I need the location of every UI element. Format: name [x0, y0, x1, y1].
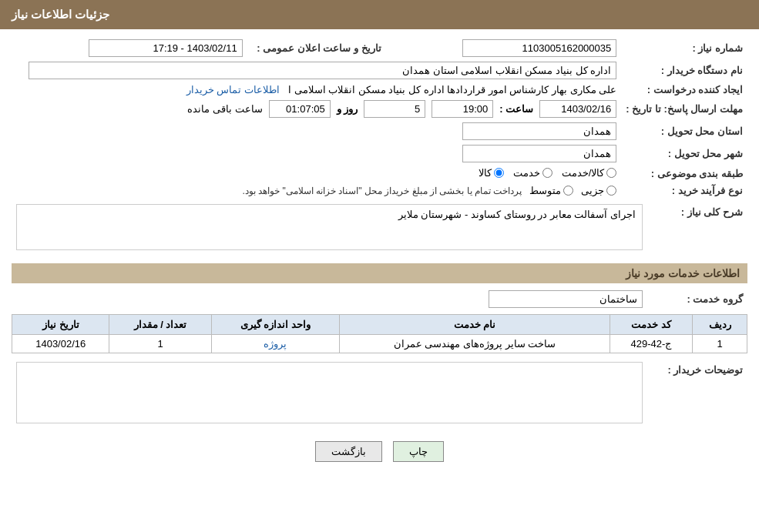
shahr-tahvil-field: همدان [462, 145, 616, 162]
tarikh-elaan-label: تاریخ و ساعت اعلان عمومی : [247, 37, 386, 59]
tosifat-label: توضیحات خریدار : [647, 360, 747, 426]
mohlat-value: 1403/02/16 ساعت : 19:00 5 روز و 01:07:05… [12, 98, 621, 120]
goroh-khedmat-value: ساختمان [12, 288, 647, 310]
tosifat-table: توضیحات خریدار : [12, 360, 747, 426]
nooe-farayand-value: جزیی متوسط پرداخت تمام یا بخشی از مبلغ خ… [12, 182, 621, 199]
tosifat-value [12, 360, 647, 426]
sharh-niaz-table: شرح کلی نیاز : اجرای آسفالت معابر در روس… [12, 202, 747, 256]
cell-vahed: پروژه [211, 335, 340, 353]
rooz-label: روز و [337, 103, 358, 115]
col-vahed: واحد اندازه گیری [211, 315, 340, 335]
button-bar: چاپ بازگشت [12, 432, 747, 471]
radio-kala-khedmat: کالا/خدمت [562, 167, 617, 179]
page-title: جزئیات اطلاعات نیاز [12, 8, 109, 21]
col-radif: ردیف [693, 315, 747, 335]
process-jozvi-input[interactable] [606, 186, 616, 196]
table-row: 1ج-42-429ساخت سایر پروژه‌های مهندسی عمرا… [12, 335, 747, 353]
tarikh-elaan-field: 1403/02/11 - 17:19 [89, 39, 243, 57]
table-row: توضیحات خریدار : [12, 360, 747, 426]
radio-kala: کالا [479, 167, 504, 179]
services-table-body: 1ج-42-429ساخت سایر پروژه‌های مهندسی عمرا… [12, 335, 747, 353]
table-row: ایجاد کننده درخواست : علی مکاری بهار کار… [12, 82, 747, 98]
process-types: جزیی متوسط پرداخت تمام یا بخشی از مبلغ خ… [16, 185, 616, 196]
contact-info-link[interactable]: اطلاعات تماس خریدار [186, 84, 280, 95]
table-row: شماره نیاز : 1103005162000035 تاریخ و سا… [12, 37, 747, 59]
col-name: نام خدمت [340, 315, 610, 335]
table-row: شرح کلی نیاز : اجرای آسفالت معابر در روس… [12, 202, 747, 256]
cell-name_khedmat: ساخت سایر پروژه‌های مهندسی عمران [340, 335, 610, 353]
radio-kala-khedmat-label: کالا/خدمت [562, 167, 605, 179]
print-button[interactable]: چاپ [393, 441, 444, 462]
cell-tedad: 1 [109, 335, 211, 353]
radio-kala-input[interactable] [494, 168, 504, 178]
radio-khedmat: خدمت [513, 167, 552, 179]
radio-khedmat-input[interactable] [542, 168, 552, 178]
shahr-tahvil-label: شهر محل تحویل : [621, 142, 747, 165]
name-dastgah-label: نام دستگاه خریدار : [621, 59, 747, 82]
back-button[interactable]: بازگشت [315, 441, 382, 462]
goroh-khedmat-field: ساختمان [489, 290, 643, 308]
khadamat-section-title: اطلاعات خدمات مورد نیاز [12, 263, 747, 283]
ostan-tahvil-label: استان محل تحویل : [621, 120, 747, 142]
cell-tarikh_niaz: 1403/02/16 [12, 335, 109, 353]
page-wrapper: جزئیات اطلاعات نیاز شماره نیاز : 1103005… [0, 0, 759, 532]
time-row: 1403/02/16 ساعت : 19:00 5 روز و 01:07:05… [16, 100, 616, 118]
rooz-field: 5 [364, 100, 425, 118]
process-jozvi-label: جزیی [581, 185, 604, 196]
name-dastgah-field: اداره کل بنیاد مسکن انقلاب اسلامی استان … [29, 62, 617, 79]
saat-mande-label: ساعت باقی مانده [187, 103, 262, 115]
process-motavaset: متوسط [529, 185, 573, 196]
services-table: ردیف کد خدمت نام خدمت واحد اندازه گیری ت… [12, 314, 747, 353]
process-description: پرداخت تمام یا بخشی از مبلغ خریداز محل "… [242, 186, 522, 196]
table-row: مهلت ارسال پاسخ: تا تاریخ : 1403/02/16 س… [12, 98, 747, 120]
tarikh-elaan-value: 1403/02/11 - 17:19 [12, 37, 247, 59]
table-row: استان محل تحویل : همدان [12, 120, 747, 142]
ijad-konande-field: علی مکاری بهار کارشناس امور قراردادها اد… [288, 84, 616, 95]
tarikh-field: 1403/02/16 [539, 100, 616, 118]
table-row: نام دستگاه خریدار : اداره کل بنیاد مسکن … [12, 59, 747, 82]
info-table: شماره نیاز : 1103005162000035 تاریخ و سا… [12, 37, 747, 199]
sharh-niaz-box: اجرای آسفالت معابر در روستای کساوند - شه… [16, 204, 643, 250]
table-row: گروه خدمت : ساختمان [12, 288, 747, 310]
tarifbandi-radio-group: کالا/خدمت خدمت کالا [479, 167, 617, 179]
radio-kala-khedmat-input[interactable] [606, 168, 616, 178]
sharh-niaz-text: اجرای آسفالت معابر در روستای کساوند - شه… [398, 209, 636, 220]
shenmare-niaz-label: شماره نیاز : [621, 37, 747, 59]
tarifbandi-label: طبقه بندی موضوعی : [621, 165, 747, 182]
ostan-tahvil-value: همدان [12, 120, 621, 142]
services-table-head: ردیف کد خدمت نام خدمت واحد اندازه گیری ت… [12, 315, 747, 335]
radio-kala-label: کالا [479, 167, 492, 179]
col-kod: کد خدمت [610, 315, 693, 335]
ostan-tahvil-field: همدان [462, 122, 616, 140]
saat-label: ساعت : [499, 103, 533, 115]
shenmare-niaz-field: 1103005162000035 [462, 39, 616, 57]
process-jozvi: جزیی [581, 185, 616, 196]
ijad-konande-value: علی مکاری بهار کارشناس امور قراردادها اد… [12, 82, 621, 98]
tarifbandi-value: کالا/خدمت خدمت کالا [12, 165, 621, 182]
main-content: شماره نیاز : 1103005162000035 تاریخ و سا… [0, 29, 759, 479]
saat-field: 19:00 [432, 100, 493, 118]
sharh-niaz-value: اجرای آسفالت معابر در روستای کساوند - شه… [12, 202, 647, 256]
nooe-farayand-label: نوع فرآیند خرید : [621, 182, 747, 199]
goroh-khedmat-table: گروه خدمت : ساختمان [12, 288, 747, 310]
process-motavaset-label: متوسط [529, 185, 561, 196]
shenmare-niaz-value: 1103005162000035 [386, 37, 622, 59]
page-header: جزئیات اطلاعات نیاز [0, 0, 759, 29]
process-motavaset-input[interactable] [563, 186, 573, 196]
mohlat-label: مهلت ارسال پاسخ: تا تاریخ : [621, 98, 747, 120]
name-dastgah-value: اداره کل بنیاد مسکن انقلاب اسلامی استان … [12, 59, 621, 82]
radio-khedmat-label: خدمت [513, 167, 540, 179]
ijad-konande-label: ایجاد کننده درخواست : [621, 82, 747, 98]
col-tedad: تعداد / مقدار [109, 315, 211, 335]
shahr-tahvil-value: همدان [12, 142, 621, 165]
sharh-niaz-label: شرح کلی نیاز : [647, 202, 747, 256]
table-header-row: ردیف کد خدمت نام خدمت واحد اندازه گیری ت… [12, 315, 747, 335]
cell-kod_khedmat: ج-42-429 [610, 335, 693, 353]
cell-radif: 1 [693, 335, 747, 353]
table-row: طبقه بندی موضوعی : کالا/خدمت خدمت [12, 165, 747, 182]
tosifat-box [16, 362, 643, 423]
col-tarikh: تاریخ نیاز [12, 315, 109, 335]
table-row: نوع فرآیند خرید : جزیی متوسط پرداخت تمام… [12, 182, 747, 199]
saat-mande-field: 01:07:05 [269, 100, 331, 118]
goroh-khedmat-label: گروه خدمت : [647, 288, 747, 310]
